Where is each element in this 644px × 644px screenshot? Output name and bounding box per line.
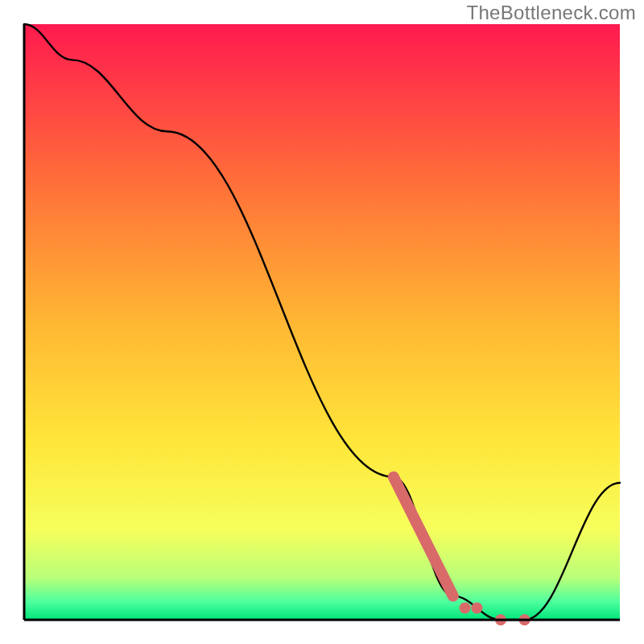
optimal-dot — [460, 602, 471, 613]
optimal-dot — [471, 602, 482, 613]
bottleneck-chart — [0, 0, 644, 644]
watermark-text: TheBottleneck.com — [466, 2, 636, 24]
chart-frame: TheBottleneck.com — [0, 0, 644, 644]
plot-background — [24, 24, 620, 620]
